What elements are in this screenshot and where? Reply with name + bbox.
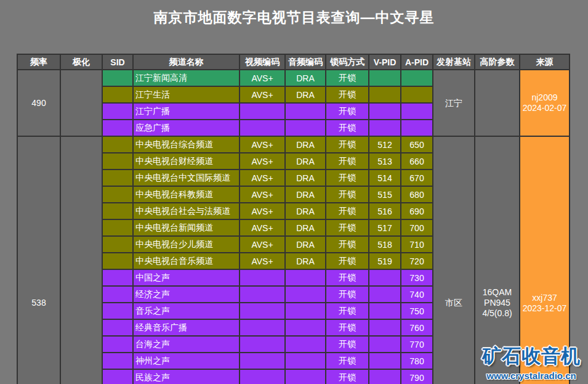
video-codec-cell (240, 353, 285, 369)
video-codec-cell: AVS+ (240, 186, 285, 203)
column-header: SID (102, 54, 133, 70)
column-header: 音频编码 (285, 54, 326, 70)
a-pid-cell: 670 (401, 170, 433, 186)
lock-mode-cell: 开锁 (326, 336, 369, 353)
channel-name-cell: 江宁新闻高清 (133, 70, 240, 86)
audio-codec-cell: DRA (285, 203, 326, 219)
sid-cell (102, 186, 133, 203)
a-pid-cell (401, 86, 433, 103)
sid-cell (102, 70, 133, 86)
lock-mode-cell: 开锁 (326, 86, 369, 103)
a-pid-cell: 680 (401, 186, 433, 203)
page-title: 南京市地面数字电视节目表查询—中文寻星 (0, 8, 588, 27)
a-pid-cell (401, 70, 433, 86)
video-codec-cell (240, 319, 285, 336)
base-station-cell: 市区 (433, 136, 475, 384)
lock-mode-cell: 开锁 (326, 153, 369, 170)
lock-mode-cell: 开锁 (326, 120, 369, 136)
audio-codec-cell (285, 269, 326, 286)
sid-cell (102, 286, 133, 303)
video-codec-cell: AVS+ (240, 236, 285, 253)
audio-codec-cell: DRA (285, 170, 326, 186)
video-codec-cell (240, 286, 285, 303)
a-pid-cell: 720 (401, 253, 433, 269)
table-row: 490江宁新闻高清AVS+DRA开锁江宁nj20092024-02-07 (17, 70, 570, 86)
v-pid-cell: 516 (369, 203, 401, 219)
channel-name-cell: 经济之声 (133, 286, 240, 303)
channel-name-cell: 中央电视台科教频道 (133, 186, 240, 203)
channel-name-cell: 应急广播 (133, 120, 240, 136)
v-pid-cell: 513 (369, 153, 401, 170)
column-header: 频率 (17, 54, 60, 70)
v-pid-cell: 518 (369, 236, 401, 253)
video-codec-cell: AVS+ (240, 136, 285, 153)
v-pid-cell (369, 369, 401, 384)
v-pid-cell: 515 (369, 186, 401, 203)
audio-codec-cell (285, 303, 326, 319)
lock-mode-cell: 开锁 (326, 286, 369, 303)
video-codec-cell: AVS+ (240, 253, 285, 269)
sid-cell (102, 136, 133, 153)
audio-codec-cell: DRA (285, 86, 326, 103)
lock-mode-cell: 开锁 (326, 170, 369, 186)
a-pid-cell: 700 (401, 219, 433, 236)
sid-cell (102, 353, 133, 369)
column-header: 极化 (60, 54, 102, 70)
video-codec-cell (240, 103, 285, 120)
lock-mode-cell: 开锁 (326, 203, 369, 219)
lock-mode-cell: 开锁 (326, 353, 369, 369)
table-row: 538中央电视台综合频道AVS+DRA开锁512650市区16QAMPN9454… (17, 136, 570, 153)
advanced-params-cell (475, 70, 520, 136)
channel-name-cell: 中央电视台综合频道 (133, 136, 240, 153)
v-pid-cell (369, 319, 401, 336)
video-codec-cell: AVS+ (240, 70, 285, 86)
audio-codec-cell (285, 369, 326, 384)
video-codec-cell: AVS+ (240, 153, 285, 170)
lock-mode-cell: 开锁 (326, 136, 369, 153)
column-header: 来源 (520, 54, 570, 70)
sid-cell (102, 369, 133, 384)
a-pid-cell: 730 (401, 269, 433, 286)
v-pid-cell: 512 (369, 136, 401, 153)
video-codec-cell (240, 269, 285, 286)
audio-codec-cell: DRA (285, 70, 326, 86)
video-codec-cell: AVS+ (240, 203, 285, 219)
v-pid-cell (369, 336, 401, 353)
channel-name-cell: 民族之声 (133, 369, 240, 384)
lock-mode-cell: 开锁 (326, 369, 369, 384)
column-header: 频道名称 (133, 54, 240, 70)
audio-codec-cell: DRA (285, 236, 326, 253)
channel-name-cell: 中央电视台中文国际频道 (133, 170, 240, 186)
v-pid-cell (369, 303, 401, 319)
sid-cell (102, 120, 133, 136)
lock-mode-cell: 开锁 (326, 103, 369, 120)
channel-name-cell: 中央电视台社会与法频道 (133, 203, 240, 219)
a-pid-cell: 760 (401, 319, 433, 336)
audio-codec-cell (285, 319, 326, 336)
sid-cell (102, 319, 133, 336)
channel-name-cell: 江宁广播 (133, 103, 240, 120)
tv-program-table: 频率极化SID频道名称视频编码音频编码锁码方式V-PIDA-PID发射基站高阶参… (17, 54, 570, 384)
v-pid-cell (369, 286, 401, 303)
a-pid-cell (401, 120, 433, 136)
sid-cell (102, 153, 133, 170)
base-station-cell: 江宁 (433, 70, 475, 136)
v-pid-cell: 517 (369, 219, 401, 236)
table-body: 490江宁新闻高清AVS+DRA开锁江宁nj20092024-02-07江宁生活… (17, 70, 570, 384)
source-cell: nj20092024-02-07 (520, 70, 570, 136)
video-codec-cell: AVS+ (240, 219, 285, 236)
column-header: 发射基站 (433, 54, 475, 70)
audio-codec-cell: DRA (285, 153, 326, 170)
sid-cell (102, 236, 133, 253)
video-codec-cell (240, 120, 285, 136)
audio-codec-cell (285, 120, 326, 136)
sid-cell (102, 303, 133, 319)
audio-codec-cell: DRA (285, 253, 326, 269)
channel-name-cell: 中央电视台音乐频道 (133, 253, 240, 269)
channel-name-cell: 中央电视台少儿频道 (133, 236, 240, 253)
v-pid-cell (369, 86, 401, 103)
audio-codec-cell: DRA (285, 136, 326, 153)
column-header: 锁码方式 (326, 54, 369, 70)
a-pid-cell: 660 (401, 153, 433, 170)
a-pid-cell: 650 (401, 136, 433, 153)
